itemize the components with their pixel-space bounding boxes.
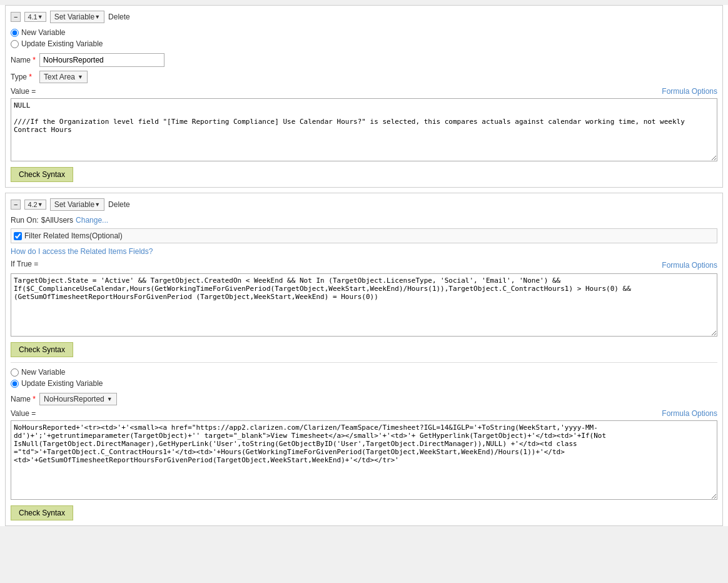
name-required-2: * [33,395,36,403]
run-on-row: Run On: $AllUsers Change... [11,216,717,225]
radio-input-new-2[interactable] [11,368,19,377]
filter-row: Filter Related Items(Optional) [11,228,717,243]
page-wrapper: − 4.1 ▼ Set Variable ▼ Delete New Variab… [0,5,728,526]
action-dropdown-2[interactable]: Set Variable ▼ [50,198,104,211]
step-dropdown-2[interactable]: 4.2 ▼ [24,200,46,210]
check-syntax-btn-2[interactable]: Check Syntax [11,342,73,357]
step-label-2: 4.2 [28,201,37,208]
section-block-2: − 4.2 ▼ Set Variable ▼ Delete Run On: $A… [5,193,723,526]
filter-label: Filter Related Items(Optional) [24,231,123,240]
type-required-1: * [29,73,32,81]
collapse-btn-2[interactable]: − [11,200,21,210]
radio-label-new-1: New Variable [21,28,65,37]
delete-link-2[interactable]: Delete [108,200,130,209]
value-label-1: Value = [11,87,36,96]
radio-new-variable-2[interactable]: New Variable [11,368,717,377]
filter-checkbox[interactable] [14,232,22,240]
name-input-1[interactable] [39,53,164,67]
radio-update-existing-2[interactable]: Update Existing Variable [11,379,717,388]
type-label-1: Type * [11,73,36,81]
run-on-label: Run On: [11,216,39,225]
type-dropdown-1[interactable]: Text Area ▼ [39,71,88,83]
radio-update-existing-1[interactable]: Update Existing Variable [11,39,717,48]
action-label-2: Set Variable [54,200,94,209]
name-label-2: Name * [11,395,36,403]
name-row-1: Name * [11,53,717,67]
divider-1 [11,362,717,363]
section-block-1: − 4.1 ▼ Set Variable ▼ Delete New Variab… [5,5,723,188]
type-row-1: Type * Text Area ▼ [11,71,717,83]
radio-input-update-1[interactable] [11,40,19,48]
name-dropdown-2[interactable]: NoHoursReported ▼ [39,393,117,405]
section-header-2: − 4.2 ▼ Set Variable ▼ Delete [11,198,717,211]
name-required-1: * [33,56,36,64]
formula-options-link-1[interactable]: Formula Options [662,87,717,96]
value-textarea-2[interactable]: NoHoursReported+'<tr><td>'+'<small><a hr… [11,420,717,500]
name-row-2: Name * NoHoursReported ▼ [11,393,717,405]
step-chevron-1: ▼ [38,14,43,20]
action-dropdown-1[interactable]: Set Variable ▼ [50,11,104,23]
name-dropdown-chevron-2: ▼ [107,396,113,402]
value-row-2: Value = Formula Options [11,409,717,418]
radio-group-2: New Variable Update Existing Variable [11,368,717,388]
name-dropdown-value-2: NoHoursReported [44,395,104,403]
action-label-1: Set Variable [54,13,94,21]
radio-input-new-1[interactable] [11,29,19,37]
step-chevron-2: ▼ [38,201,43,208]
run-on-value: $AllUsers [41,216,73,225]
how-to-link[interactable]: How do I access the Related Items Fields… [11,247,717,256]
check-syntax-btn-3[interactable]: Check Syntax [11,505,73,520]
check-syntax-btn-1[interactable]: Check Syntax [11,167,73,182]
action-chevron-1: ▼ [94,14,100,20]
collapse-btn-1[interactable]: − [11,12,21,22]
radio-new-variable-1[interactable]: New Variable [11,28,717,37]
formula-options-link-3[interactable]: Formula Options [662,409,717,418]
radio-label-new-2: New Variable [21,368,65,377]
if-true-textarea[interactable]: TargetObject.State = 'Active' && TargetO… [11,273,717,337]
type-chevron-1: ▼ [78,74,83,80]
delete-link-1[interactable]: Delete [108,13,130,21]
radio-group-1: New Variable Update Existing Variable [11,28,717,48]
value-textarea-1[interactable]: NULL ////If the Organization level field… [11,98,717,161]
change-link[interactable]: Change... [76,216,108,225]
radio-label-update-1: Update Existing Variable [21,39,103,48]
value-row-1: Value = Formula Options [11,87,717,96]
section-header-1: − 4.1 ▼ Set Variable ▼ Delete [11,11,717,23]
if-true-row: If True = Formula Options [11,260,717,271]
action-chevron-2: ▼ [94,201,100,208]
formula-options-link-2[interactable]: Formula Options [662,261,717,270]
radio-input-update-2[interactable] [11,380,19,388]
value-label-2: Value = [11,409,36,418]
step-label-1: 4.1 [28,13,37,21]
if-true-label: If True = [11,260,38,268]
step-dropdown-1[interactable]: 4.1 ▼ [24,12,46,22]
type-value-1: Text Area [44,73,75,81]
name-label-1: Name * [11,56,36,64]
radio-label-update-2: Update Existing Variable [21,379,103,388]
